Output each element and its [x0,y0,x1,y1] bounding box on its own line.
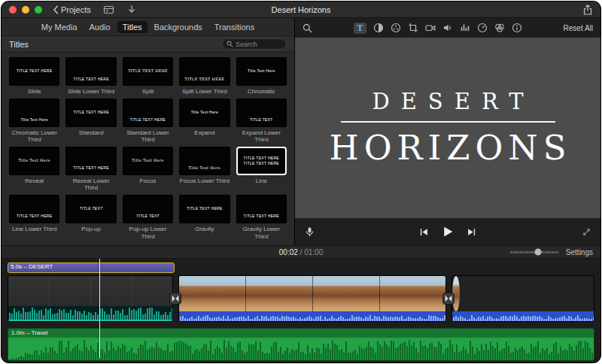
title-style-chromatic-lower-third[interactable]: Title Text HereChromatic Lower Third [9,99,59,144]
title-style-label: Split [142,88,154,96]
title-style-gravity-lower-third[interactable]: TITLE TEXT HEREGravity Lower Third [236,195,287,240]
video-track [8,275,594,322]
video-clip-1-audio-waveform [8,306,172,321]
minimize-button[interactable] [22,6,29,14]
next-frame-button[interactable] [467,226,477,237]
title-style-label: Focus Lower Third [180,177,230,185]
tab-backgrounds[interactable]: Backgrounds [149,21,208,33]
title-style-standard-lower-third[interactable]: TITLE TEXT HEREStandard Lower Third [123,99,173,144]
search-input[interactable] [236,41,282,48]
title-style-label: Expand Lower Third [236,129,287,144]
title-style-reveal[interactable]: Title Text HereReveal [9,147,59,192]
color-correction-icon[interactable] [391,23,401,33]
zoom-compare-icon[interactable] [303,23,312,33]
zoom-button[interactable] [35,6,42,14]
video-clip-1[interactable] [8,275,173,322]
transition-icon[interactable] [169,293,181,305]
viewer-canvas[interactable]: DESERT HORIZONS [295,38,600,218]
title-style-split[interactable]: TITLE TEXT HERESplit [123,57,173,96]
title-thumbnail: Title Text Here [123,147,173,175]
title-thumbnail: TITLE TEXT HERE [123,57,173,86]
title-thumbnail: Title Text Here [9,99,59,127]
tab-titles[interactable]: Titles [117,21,147,33]
crop-icon[interactable] [408,23,418,33]
title-style-slide[interactable]: TITLE TEXT HERESlide [9,57,59,96]
title-style-expand-lower-third[interactable]: TITLE TEXTExpand Lower Third [236,99,287,144]
title-style-gravity[interactable]: TITLE TEXT HEREGravity [179,195,230,240]
video-clip-1-frames [8,276,172,306]
volume-icon[interactable] [442,23,453,33]
timeline[interactable]: 5.0s – DESERT 1.0m – Travel [2,259,600,362]
play-button[interactable] [442,226,455,238]
title-thumbnail: TITLE TEXT [236,99,287,127]
title-style-focus[interactable]: Title Text HereFocus [123,147,173,192]
title-style-standard[interactable]: TITLE TEXT HEREStandard [65,99,116,144]
clip-filter-icon[interactable] [494,23,505,33]
title-style-reveal-lower-third[interactable]: TITLE TEXT HEREReveal Lower Third [65,147,116,192]
title-style-pop-up-lower-third[interactable]: TITLE TEXTPop-up Lower Third [123,195,173,240]
title-style-slide-lower-third[interactable]: TITLE TEXT HERESlide Lower Third [65,57,116,96]
window-controls [9,6,42,14]
title-style-expand[interactable]: Title Text HereExpand [179,99,230,144]
timeline-zoom-slider[interactable] [510,251,558,253]
text-tool-icon[interactable]: T [354,23,366,34]
title-thumbnail: TITLE TEXT HERE [179,195,230,223]
title-style-chromatic[interactable]: Title Text HereChromatic [236,57,287,96]
title-thumbnail: TITLE TEXT HERE [65,147,116,175]
background-music-clip[interactable]: 1.0m – Travel [8,328,594,361]
title-style-split-lower-third[interactable]: TITLE TEXT HERESplit Lower Third [179,57,230,96]
share-icon[interactable] [582,5,593,15]
import-icon[interactable] [126,5,137,15]
tab-transitions[interactable]: Transitions [209,21,260,33]
adjustment-tools: T [354,23,522,34]
main-area: My MediaAudioTitlesBackgroundsTransition… [2,18,600,245]
tab-audio[interactable]: Audio [84,21,116,33]
title-style-pop-up[interactable]: TITLE TEXTPop-up [65,195,116,240]
noise-reduction-icon[interactable] [460,23,470,33]
title-thumbnail-text: TITLE TEXT HERE [181,206,227,212]
video-clip-2[interactable] [178,275,446,322]
title-thumbnail-text: TITLE TEXT HERE [125,68,171,74]
reset-all-button[interactable]: Reset All [564,24,593,32]
music-clip-label: 1.0m – Travel [8,329,594,338]
tab-my-media[interactable]: My Media [36,21,83,33]
transition-icon[interactable] [442,293,455,305]
color-balance-icon[interactable] [373,23,384,33]
previous-frame-button[interactable] [419,226,430,237]
video-clip-3[interactable] [451,275,594,322]
timecode-current: 00:02 [279,248,298,256]
info-icon[interactable] [512,23,522,33]
timeline-settings-button[interactable]: Settings [566,248,593,256]
zoom-slider-thumb[interactable] [534,249,541,256]
title-thumbnail: TITLE TEXT HERE [65,57,116,86]
expand-viewer-icon[interactable] [582,227,591,237]
title-style-label: Standard [79,129,103,137]
title-thumbnail-text: TITLE TEXT [239,117,284,123]
stabilization-icon[interactable] [425,23,436,33]
title-clip[interactable]: 5.0s – DESERT [8,262,175,273]
title-style-label: Expand [194,129,214,137]
search-field[interactable] [222,38,287,50]
title-style-label: Standard Lower Third [123,129,173,144]
title-style-line[interactable]: TITLE TEXT HERE TITLE TEXT HERELine [236,147,287,192]
title-style-label: Pop-up Lower Third [123,226,173,240]
preview-divider-line [341,121,555,123]
title-style-focus-lower-third[interactable]: Title Text HereFocus Lower Third [179,147,230,192]
title-thumbnail-text: TITLE TEXT HERE [239,214,284,220]
title-thumbnail-text: TITLE TEXT HERE TITLE TEXT HERE [239,155,284,166]
playhead[interactable] [99,259,100,358]
speed-icon[interactable] [477,23,488,33]
title-style-label: Line Lower Third [12,226,56,233]
title-thumbnail: TITLE TEXT HERE [9,195,59,223]
title-thumbnail: Title Text Here [9,147,59,175]
window-title: Desert Horizons [272,2,331,18]
back-to-projects-button[interactable]: Projects [53,5,91,14]
title-thumbnail: TITLE TEXT HERE [123,99,173,127]
media-browser-icon[interactable] [103,5,114,15]
title-style-label: Reveal Lower Third [65,177,116,192]
close-button[interactable] [9,6,17,14]
voiceover-mic-icon[interactable] [304,226,315,238]
title-style-label: Reveal [25,177,44,185]
title-style-line-lower-third[interactable]: TITLE TEXT HERELine Lower Third [9,195,59,240]
title-style-label: Chromatic [248,88,275,96]
